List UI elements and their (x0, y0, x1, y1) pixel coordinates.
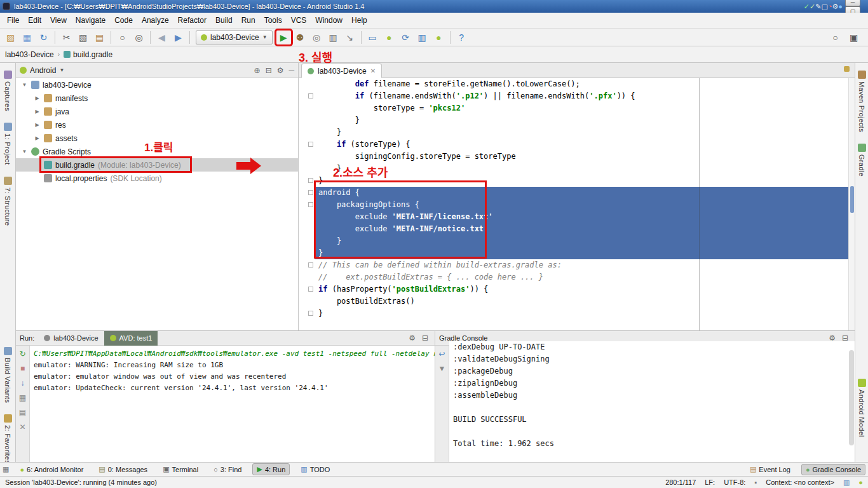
run-icon[interactable]: ▶ (276, 30, 292, 45)
frame-icon[interactable]: ▢ (821, 3, 827, 10)
minimize-button[interactable]: ─ (845, 0, 860, 6)
project-view-selector[interactable]: Android (30, 66, 56, 75)
replace-icon[interactable]: ◎ (131, 30, 147, 45)
code-line[interactable]: signingConfig.storeType = storeType (299, 151, 855, 163)
toolwindow-switcher-icon[interactable]: ▦ (3, 465, 9, 473)
tree-item-lab403-device[interactable]: ▼lab403-Device (16, 78, 298, 92)
code-line[interactable]: if (filename.endsWith('.p12') || filenam… (299, 90, 855, 102)
tree-arrow-icon[interactable]: ▶ (34, 122, 41, 128)
toolwindow-button-0-messages[interactable]: ▤0: Messages (94, 463, 152, 475)
tool-maven-projects[interactable]: Maven Projects (858, 71, 866, 132)
stop-icon[interactable]: ■ (20, 364, 25, 373)
avd-manager-icon[interactable]: ▭ (365, 30, 381, 45)
restore-layout-icon[interactable]: ▦ (19, 393, 26, 402)
find-icon[interactable]: ○ (114, 30, 130, 45)
menu-help[interactable]: Help (347, 13, 372, 27)
code-line[interactable]: } (299, 308, 855, 320)
code-line[interactable]: } (299, 126, 855, 139)
sdk-manager-icon[interactable]: ● (381, 30, 397, 45)
fold-marker-icon[interactable] (308, 202, 313, 207)
toolwindow-button-terminal[interactable]: ▣Terminal (158, 463, 203, 475)
menu-code[interactable]: Code (110, 13, 137, 27)
menu-run[interactable]: Run (237, 13, 260, 27)
run-tab-avd-test1[interactable]: AVD: test1 (104, 331, 158, 346)
tool-favorites[interactable]: 2: Favorites (4, 414, 12, 464)
android-device-icon[interactable]: ● (431, 30, 447, 45)
settings-icon[interactable]: ⚙ (409, 334, 416, 342)
run-configuration-selector[interactable]: lab403-Device ▼ (196, 30, 273, 44)
editor-scrollbar[interactable] (848, 78, 855, 330)
fold-marker-icon[interactable] (308, 93, 313, 98)
menu-vcs[interactable]: VCS (287, 13, 311, 27)
fold-marker-icon[interactable] (308, 178, 313, 183)
settings-icon[interactable]: ⚙ (832, 3, 838, 10)
scroll-end-icon[interactable]: ▼ (438, 364, 446, 373)
run-console[interactable]: C:₩Users₩DPIT₩AppData₩Local₩Android₩sdk₩… (30, 346, 435, 462)
tree-item-res[interactable]: ▶res (16, 118, 298, 132)
encoding[interactable]: UTF-8: (724, 478, 745, 486)
check-icon[interactable]: ✓ (804, 3, 810, 10)
breadcrumb-item-lab403-device[interactable]: lab403-Device (5, 50, 54, 59)
code-line[interactable]: storeType = 'pkcs12' (299, 102, 855, 114)
code-line[interactable]: postBuildExtras() (299, 295, 855, 308)
clear-icon[interactable]: ✕ (19, 423, 25, 431)
tree-arrow-icon[interactable]: ▶ (34, 109, 41, 114)
search-icon[interactable]: ○ (827, 30, 843, 45)
fold-marker-icon[interactable] (308, 142, 313, 147)
cut-icon[interactable]: ✂ (58, 30, 74, 45)
gradle-sync-icon[interactable]: ⟳ (398, 30, 414, 45)
lock-icon[interactable]: ▪ (754, 478, 757, 486)
menu-navigate[interactable]: Navigate (71, 13, 110, 27)
tool-structure[interactable]: 7: Structure (4, 177, 12, 226)
close-icon[interactable]: ✕ (370, 67, 376, 74)
preview-icon[interactable]: ▥ (843, 478, 850, 487)
toolwindow-button-3-find[interactable]: ○3: Find (209, 464, 246, 475)
copy-icon[interactable]: ▧ (75, 30, 91, 45)
tree-arrow-icon[interactable]: ▶ (34, 135, 41, 141)
caret-position[interactable]: 280:1/117 (665, 478, 696, 486)
toolwindow-button-6-android-monitor[interactable]: ●6: Android Monitor (15, 464, 88, 475)
settings-icon[interactable]: ⚙ (277, 66, 284, 75)
tool-android-model[interactable]: Android Model (858, 379, 866, 437)
code-line[interactable]: if (storeType) { (299, 139, 855, 151)
code-line[interactable]: if (hasProperty('postBuildExtras')) { (299, 283, 855, 295)
dock-icon[interactable]: ⊟ (422, 334, 428, 342)
run-tab-lab403-device[interactable]: lab403-Device (38, 331, 104, 346)
soft-wrap-icon[interactable]: ↩ (438, 349, 445, 358)
tool-project[interactable]: 1: Project (4, 123, 12, 165)
toolwindow-button-event-log[interactable]: ▤Event Log (745, 463, 795, 475)
tool-gradle[interactable]: Gradle (858, 144, 866, 177)
tree-item-manifests[interactable]: ▶manifests (16, 92, 298, 105)
inspection-indicator-icon[interactable] (844, 66, 850, 72)
code-line[interactable]: } (299, 114, 855, 126)
fold-marker-icon[interactable] (308, 287, 313, 292)
menu-build[interactable]: Build (211, 13, 237, 27)
menu-window[interactable]: Window (311, 13, 347, 27)
fold-marker-icon[interactable] (308, 190, 313, 195)
back-icon[interactable]: ◀ (154, 30, 170, 45)
print-icon[interactable]: ▤ (19, 408, 26, 417)
coverage-icon[interactable]: ◎ (309, 30, 325, 45)
code-line[interactable]: def filename = storeFile.getName().toLow… (299, 78, 855, 90)
code-line[interactable]: // This can be defined within build-extr… (299, 259, 855, 271)
android-status-icon[interactable]: ● (858, 478, 863, 486)
menu-file[interactable]: File (3, 13, 24, 27)
gradle-console-output[interactable]: :dexDebug UP-TO-DATE:validateDebugSignin… (449, 341, 855, 462)
fold-marker-icon[interactable] (308, 262, 313, 268)
forward-icon[interactable]: ▶ (170, 30, 186, 45)
tree-arrow-icon[interactable]: ▼ (21, 149, 28, 154)
help-icon[interactable]: ? (454, 30, 470, 45)
check2-icon[interactable]: ✓ (810, 3, 815, 10)
open-icon[interactable]: ▨ (3, 30, 18, 45)
tool-build-variants[interactable]: Build Variants (4, 347, 12, 403)
menu-view[interactable]: View (46, 13, 71, 27)
context-indicator[interactable]: Context: <no context> (766, 478, 834, 486)
line-separator[interactable]: LF: (705, 478, 715, 486)
scroll-down-icon[interactable]: ↓ (21, 379, 25, 388)
tree-arrow-icon[interactable]: ▼ (21, 82, 28, 88)
android-monitor-icon[interactable]: ▥ (414, 30, 430, 45)
sync-icon[interactable]: ↻ (36, 30, 51, 45)
tree-arrow-icon[interactable]: ▶ (34, 95, 41, 101)
menu-edit[interactable]: Edit (24, 13, 46, 27)
debug-icon[interactable]: ⚉ (292, 30, 308, 45)
